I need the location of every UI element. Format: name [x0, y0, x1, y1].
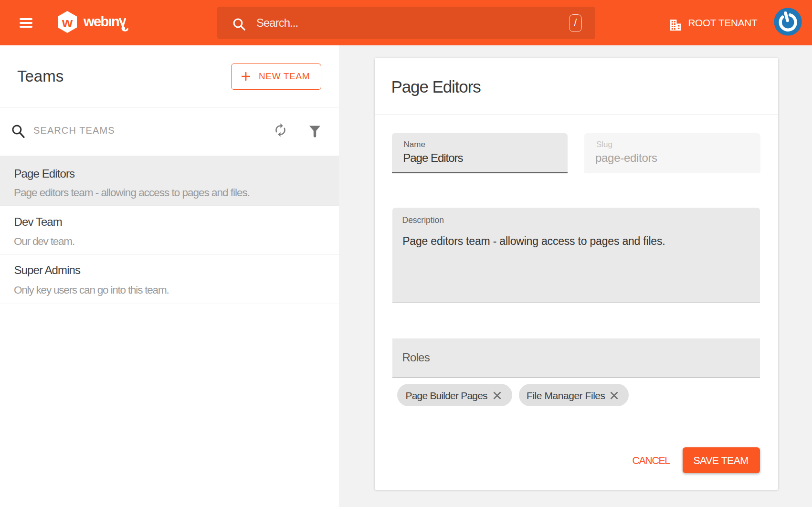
svg-text:w: w	[62, 15, 73, 30]
